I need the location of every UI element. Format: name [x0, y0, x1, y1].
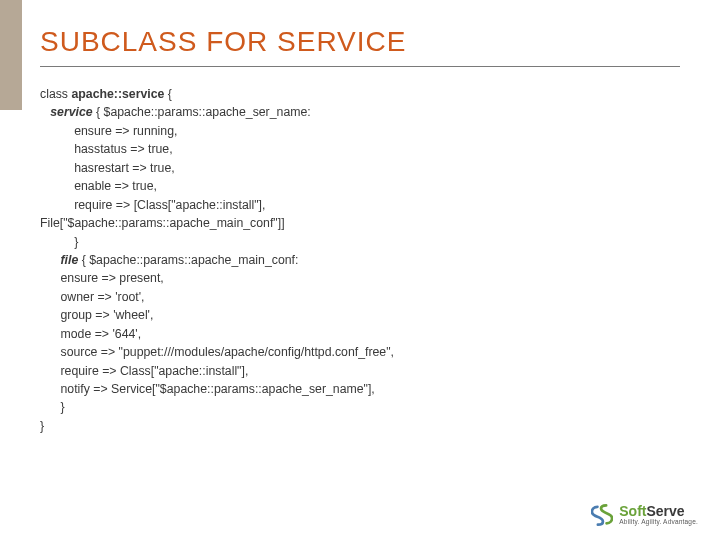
title-rule	[40, 66, 680, 67]
code-line: }	[40, 400, 65, 414]
code-line: source => "puppet:///modules/apache/conf…	[40, 345, 394, 359]
code-line: file { $apache::params::apache_main_conf…	[40, 253, 298, 267]
code-line: }	[40, 419, 44, 433]
page-title: SUBCLASS FOR SERVICE	[40, 26, 690, 58]
code-line: hasstatus => true,	[40, 142, 173, 156]
code-line: require => Class["apache::install"],	[40, 364, 248, 378]
brand-tagline: Ability. Agility. Advantage.	[619, 519, 698, 526]
slide-content: SUBCLASS FOR SERVICE class apache::servi…	[40, 26, 690, 435]
code-line: owner => 'root',	[40, 290, 145, 304]
logo-text: SoftServe Ability. Agility. Advantage.	[619, 504, 698, 526]
code-block: class apache::service { service { $apach…	[40, 85, 690, 435]
code-line: File["$apache::params::apache_main_conf"…	[40, 216, 285, 230]
code-line: class apache::service {	[40, 87, 172, 101]
code-line: group => 'wheel',	[40, 308, 153, 322]
brand-footer: SoftServe Ability. Agility. Advantage.	[591, 504, 698, 526]
code-line: }	[40, 235, 78, 249]
code-line: service { $apache::params::apache_ser_na…	[40, 105, 311, 119]
logo-icon	[591, 504, 613, 526]
code-line: require => [Class["apache::install"],	[40, 198, 265, 212]
code-line: enable => true,	[40, 179, 157, 193]
decorative-sidebar	[0, 0, 22, 110]
brand-name: SoftServe	[619, 504, 698, 518]
code-line: mode => '644',	[40, 327, 141, 341]
code-line: ensure => running,	[40, 124, 177, 138]
code-line: hasrestart => true,	[40, 161, 175, 175]
code-line: notify => Service["$apache::params::apac…	[40, 382, 375, 396]
code-line: ensure => present,	[40, 271, 164, 285]
